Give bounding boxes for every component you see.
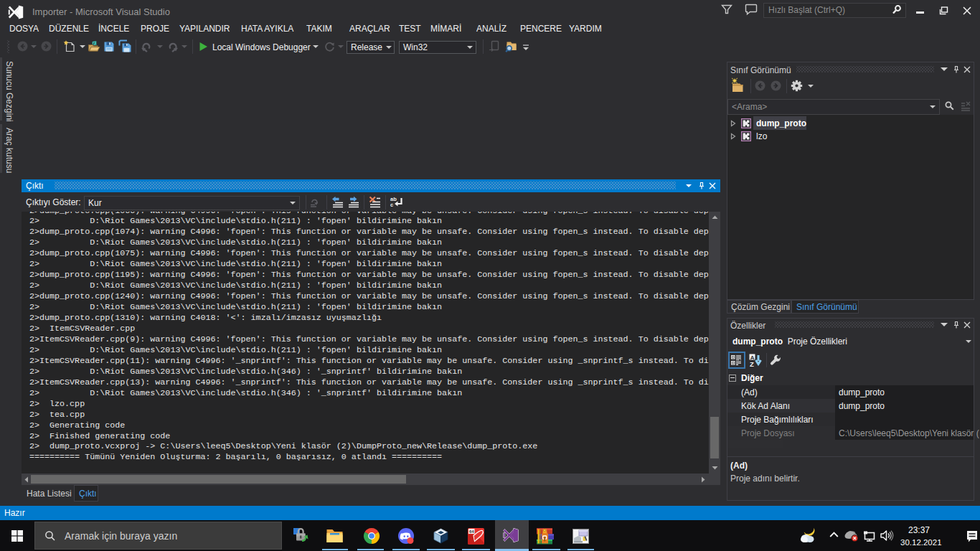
svg-text:Z: Z [750,360,754,368]
svg-text:64: 64 [469,529,474,534]
svg-text:c: c [390,202,393,208]
